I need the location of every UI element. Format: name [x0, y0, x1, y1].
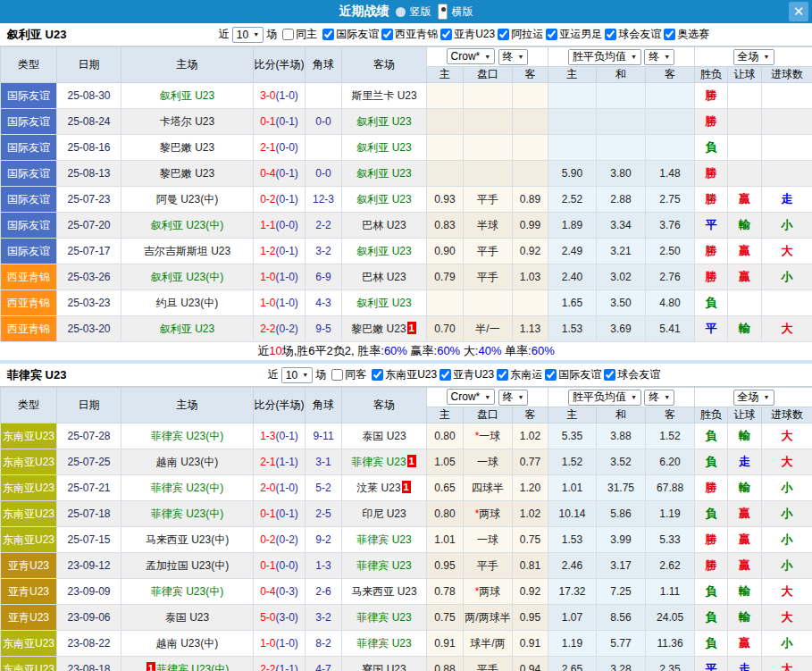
score: 5-0(3-0) — [254, 605, 306, 631]
league-checkbox[interactable] — [440, 29, 452, 40]
league-filter[interactable]: 国际友谊 — [320, 27, 379, 42]
home-team: 吉尔吉斯斯坦 U23 — [121, 239, 254, 264]
summary-segment: 60% — [437, 344, 460, 357]
layout-radio-horizontal[interactable]: 横版 — [438, 4, 473, 20]
score: 3-0(1-0) — [254, 83, 306, 109]
match-row: 亚青U2323-09-12孟加拉国 U23(中)0-1(0-0)1-3菲律宾 U… — [1, 553, 812, 579]
home-team: 黎巴嫩 U23 — [121, 161, 254, 187]
chevron-down-icon: ▼ — [764, 54, 770, 60]
bookmaker-select[interactable]: Crow*▼ — [447, 389, 496, 405]
avg-away: 24.05 — [646, 605, 695, 631]
odds-time-select[interactable]: 终▼ — [498, 49, 529, 65]
league-label: 奥选赛 — [677, 27, 709, 42]
col-corner: 角球 — [306, 388, 342, 424]
league-checkbox[interactable] — [439, 369, 451, 381]
avg-draw: 5.77 — [597, 631, 646, 657]
result-wdl: 負 — [695, 135, 728, 161]
odds-home: 0.75 — [427, 605, 464, 631]
result-overunder — [762, 109, 812, 135]
league-checkbox[interactable] — [498, 29, 509, 40]
same-venue-checkbox[interactable] — [331, 369, 343, 381]
titlebar: 近期战绩 竖版 横版 ✕ — [0, 0, 812, 23]
result-wdl: 負 — [695, 449, 728, 475]
avg-away: 1.52 — [646, 424, 695, 449]
chevron-down-icon: ▼ — [518, 54, 524, 60]
league-filter[interactable]: 球会友谊 — [602, 27, 661, 42]
same-venue-filter[interactable]: 同主 — [280, 27, 317, 42]
corners: 9-5 — [306, 316, 342, 342]
match-type: 国际友谊 — [1, 239, 57, 264]
league-filter[interactable]: 亚青U23 — [437, 367, 494, 382]
league-checkbox[interactable] — [545, 369, 557, 381]
games-label: 场 — [266, 27, 277, 42]
match-type: 西亚青锦 — [1, 316, 57, 342]
col-result: 胜负 — [695, 407, 728, 424]
home-team: 越南 U23(中) — [121, 631, 254, 657]
league-checkbox[interactable] — [604, 369, 615, 381]
league-checkbox[interactable] — [381, 29, 393, 40]
result-handicap: 輸 — [728, 579, 762, 605]
away-team: 黎巴嫩 U231 — [342, 316, 427, 342]
bookmaker-select[interactable]: Crow*▼ — [447, 48, 496, 64]
avg-away: 4.80 — [646, 290, 695, 316]
avg-select[interactable]: 胜平负均值▼ — [568, 390, 641, 406]
league-checkbox[interactable] — [546, 29, 557, 40]
match-date: 23-09-09 — [57, 579, 121, 605]
avg-draw: 3.99 — [597, 527, 646, 553]
avg-home: 1.53 — [548, 316, 597, 342]
avg-away: 2.35 — [646, 657, 695, 671]
match-row: 西亚青锦25-03-26叙利亚 U23(中)1-0(1-0)6-9巴林 U230… — [1, 264, 812, 290]
odds-home — [427, 290, 464, 316]
league-filter[interactable]: 奥选赛 — [661, 27, 709, 42]
same-venue-filter[interactable]: 同客 — [329, 367, 366, 382]
league-filter[interactable]: 阿拉运 — [495, 27, 543, 42]
away-team: 叙利亚 U23 — [342, 109, 427, 135]
same-venue-checkbox[interactable] — [282, 29, 294, 40]
handicap: 平手 — [464, 264, 513, 290]
match-type: 东南亚U23 — [1, 657, 57, 671]
close-icon: ✕ — [793, 4, 805, 20]
match-count-select[interactable]: 10 ▼ — [232, 27, 264, 43]
league-filter[interactable]: 国际友谊 — [542, 367, 601, 382]
avg-time-select[interactable]: 终▼ — [644, 49, 674, 65]
avg-draw: 3.02 — [597, 264, 646, 290]
summary-segment: 10 — [269, 344, 281, 357]
league-filter[interactable]: 亚运男足 — [543, 27, 602, 42]
league-checkbox[interactable] — [322, 29, 334, 40]
handicap: 平手 — [464, 553, 513, 579]
league-checkbox[interactable] — [664, 29, 675, 40]
period-select[interactable]: 全场▼ — [733, 49, 774, 65]
match-count-select[interactable]: 10 ▼ — [281, 367, 313, 383]
league-checkbox[interactable] — [372, 369, 383, 381]
radio-selected-icon[interactable] — [438, 4, 448, 20]
league-filter[interactable]: 球会友谊 — [601, 367, 660, 382]
avg-home: 17.32 — [548, 579, 597, 605]
layout-radio-vertical[interactable]: 竖版 — [396, 4, 431, 20]
odds-away: 0.94 — [513, 657, 548, 671]
league-checkbox[interactable] — [605, 29, 616, 40]
match-row: 国际友谊25-08-13黎巴嫩 U230-4(0-1)0-0叙利亚 U235.9… — [1, 161, 812, 187]
match-row: 东南亚U2325-07-28菲律宾 U23(中)1-3(0-1)9-11泰国 U… — [1, 424, 812, 449]
period-select[interactable]: 全场▼ — [733, 390, 774, 406]
home-team: 泰国 U23 — [121, 605, 254, 631]
away-team: 泰国 U23 — [342, 424, 427, 449]
close-button[interactable]: ✕ — [789, 2, 808, 21]
radio-icon[interactable] — [396, 7, 406, 17]
league-filter[interactable]: 东南运 — [494, 367, 542, 382]
odds-time-select[interactable]: 终▼ — [498, 390, 529, 406]
result-wdl: 勝 — [695, 527, 728, 553]
summary-row: 近10场,胜6平2负2, 胜率:60% 赢率:60% 大:40% 单率:60% — [0, 342, 812, 360]
league-filter[interactable]: 西亚青锦 — [379, 27, 438, 42]
avg-select[interactable]: 胜平负均值▼ — [568, 49, 641, 65]
odds-away: 0.75 — [513, 527, 548, 553]
league-filter[interactable]: 东南亚U23 — [369, 367, 437, 382]
match-row: 亚青U2323-09-09菲律宾 U23(中)0-4(0-3)2-6马来西亚 U… — [1, 579, 812, 605]
league-label: 东南运 — [510, 367, 542, 382]
result-handicap: 輸 — [728, 316, 762, 342]
match-date: 23-08-18 — [57, 657, 121, 671]
league-filter[interactable]: 亚青U23 — [438, 27, 495, 42]
avg-draw — [597, 83, 646, 109]
avg-time-select[interactable]: 终▼ — [644, 390, 674, 406]
result-overunder: 大 — [762, 605, 812, 631]
league-checkbox[interactable] — [497, 369, 508, 381]
